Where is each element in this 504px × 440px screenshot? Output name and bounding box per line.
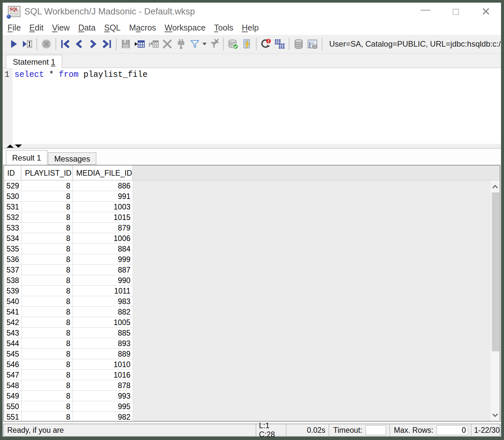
cell-playlist_id[interactable]: 8	[22, 359, 73, 370]
cell-media_file_id[interactable]: 995	[73, 401, 133, 412]
menu-item-data[interactable]: Data	[74, 22, 100, 34]
table-row[interactable]: 5498993	[4, 391, 490, 401]
filter-dropdown-button[interactable]	[202, 37, 207, 51]
cell-playlist_id[interactable]: 8	[22, 244, 73, 254]
next-row-button[interactable]	[86, 37, 100, 51]
cell-id[interactable]: 535	[4, 244, 22, 254]
cell-id[interactable]: 546	[4, 359, 22, 370]
table-row[interactable]: 53481006	[4, 233, 490, 244]
cell-playlist_id[interactable]: 8	[22, 380, 73, 391]
cell-playlist_id[interactable]: 8	[22, 223, 73, 233]
table-row[interactable]: 53281015	[4, 212, 490, 223]
cell-playlist_id[interactable]: 8	[22, 370, 73, 380]
duplicate-row-button[interactable]	[147, 37, 160, 51]
cell-playlist_id[interactable]: 8	[22, 391, 73, 401]
cell-id[interactable]: 545	[4, 349, 22, 359]
menu-item-macros[interactable]: Macros	[125, 22, 160, 34]
column-header-media-file-id[interactable]: MEDIA_FILE_ID	[73, 165, 133, 181]
cell-id[interactable]: 534	[4, 233, 22, 244]
cell-id[interactable]: 540	[4, 296, 22, 307]
table-row[interactable]: 5388990	[4, 275, 490, 286]
first-row-button[interactable]	[58, 37, 72, 51]
table-row[interactable]: 5358884	[4, 244, 490, 254]
commit-button[interactable]	[226, 37, 240, 51]
cell-media_file_id[interactable]: 1011	[73, 286, 133, 296]
minimize-button[interactable]: —	[410, 3, 441, 20]
cell-media_file_id[interactable]: 1006	[73, 233, 133, 244]
splitter-collapse-down-icon[interactable]	[15, 144, 22, 148]
timeout-input[interactable]	[366, 425, 386, 435]
rollback-button[interactable]	[240, 37, 254, 51]
cell-media_file_id[interactable]: 991	[73, 191, 133, 202]
cell-playlist_id[interactable]: 8	[22, 181, 73, 191]
cell-playlist_id[interactable]: 8	[22, 286, 73, 296]
table-row[interactable]: 5408983	[4, 296, 490, 307]
table-row[interactable]: 5308991	[4, 191, 490, 202]
delete-row-button[interactable]	[160, 37, 174, 51]
menu-item-workspace[interactable]: Workspace	[160, 22, 210, 34]
tab-messages[interactable]: Messages	[48, 152, 96, 165]
tab-result-1[interactable]: Result 1	[6, 150, 47, 165]
cell-id[interactable]: 530	[4, 191, 22, 202]
save-button[interactable]	[119, 37, 133, 51]
table-row[interactable]: 54281005	[4, 317, 490, 328]
vertical-scrollbar[interactable]	[490, 181, 500, 421]
join-tables-button[interactable]	[273, 37, 286, 51]
table-row[interactable]: 5518982	[4, 412, 490, 421]
cell-id[interactable]: 541	[4, 307, 22, 317]
cell-playlist_id[interactable]: 8	[22, 275, 73, 286]
cell-media_file_id[interactable]: 889	[73, 349, 133, 359]
last-row-button[interactable]	[100, 37, 114, 51]
editor-code-line[interactable]: select * from playlist_file	[12, 68, 148, 144]
insert-row-button[interactable]	[133, 37, 147, 51]
remove-filter-button[interactable]	[207, 37, 221, 51]
cell-playlist_id[interactable]: 8	[22, 233, 73, 244]
cell-id[interactable]: 533	[4, 223, 22, 233]
cell-playlist_id[interactable]: 8	[22, 412, 73, 421]
cell-media_file_id[interactable]: 993	[73, 391, 133, 401]
cell-media_file_id[interactable]: 879	[73, 223, 133, 233]
cell-id[interactable]: 536	[4, 254, 22, 265]
cell-playlist_id[interactable]: 8	[22, 254, 73, 265]
cell-media_file_id[interactable]: 990	[73, 275, 133, 286]
cell-media_file_id[interactable]: 1010	[73, 359, 133, 370]
cell-id[interactable]: 549	[4, 391, 22, 401]
table-row[interactable]: 5438885	[4, 328, 490, 338]
cell-media_file_id[interactable]: 878	[73, 380, 133, 391]
close-button[interactable]: ✕	[471, 3, 501, 20]
max-rows-input[interactable]	[437, 425, 468, 435]
execute-current-button[interactable]	[20, 37, 34, 51]
cell-media_file_id[interactable]: 999	[73, 254, 133, 265]
scroll-up-button[interactable]	[490, 181, 500, 192]
table-row[interactable]: 54781016	[4, 370, 490, 380]
filter-button[interactable]	[188, 37, 202, 51]
cell-playlist_id[interactable]: 8	[22, 191, 73, 202]
editor-result-splitter[interactable]	[3, 144, 501, 148]
cell-playlist_id[interactable]: 8	[22, 296, 73, 307]
tab-statement-1[interactable]: Statement 1	[6, 55, 62, 68]
cell-media_file_id[interactable]: 887	[73, 265, 133, 275]
cell-media_file_id[interactable]: 1015	[73, 212, 133, 223]
cell-media_file_id[interactable]: 886	[73, 181, 133, 191]
cell-playlist_id[interactable]: 8	[22, 202, 73, 212]
scrollbar-thumb[interactable]	[492, 192, 499, 351]
table-row[interactable]: 5448893	[4, 338, 490, 349]
table-row[interactable]: 53181003	[4, 202, 490, 212]
menu-item-file[interactable]: File	[3, 22, 25, 34]
cell-media_file_id[interactable]: 983	[73, 296, 133, 307]
sql-editor[interactable]: 1 select * from playlist_file	[3, 68, 501, 144]
maximize-button[interactable]: □	[441, 3, 471, 20]
cell-id[interactable]: 542	[4, 317, 22, 328]
table-row[interactable]: 5508995	[4, 401, 490, 412]
reconnect-button[interactable]	[259, 37, 273, 51]
cell-playlist_id[interactable]: 8	[22, 338, 73, 349]
table-row[interactable]: 53981011	[4, 286, 490, 296]
table-row[interactable]: 5418882	[4, 307, 490, 317]
cell-id[interactable]: 548	[4, 380, 22, 391]
database-explorer-button[interactable]	[306, 37, 319, 51]
database-button[interactable]	[292, 37, 306, 51]
cell-playlist_id[interactable]: 8	[22, 328, 73, 338]
cell-playlist_id[interactable]: 8	[22, 307, 73, 317]
cell-media_file_id[interactable]: 893	[73, 338, 133, 349]
cell-media_file_id[interactable]: 1005	[73, 317, 133, 328]
